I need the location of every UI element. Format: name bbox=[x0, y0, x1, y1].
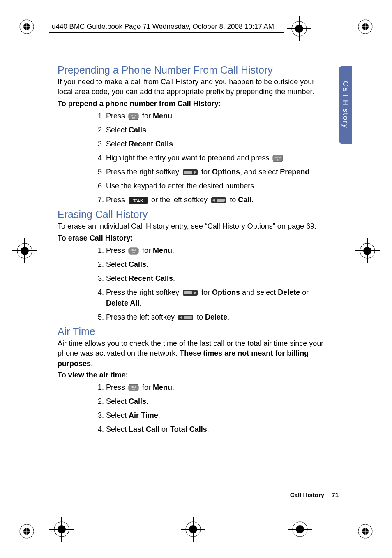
step-item: Press the right softkey for Options, and… bbox=[106, 167, 325, 177]
svg-point-4 bbox=[20, 524, 34, 538]
text: Press the left softkey bbox=[106, 313, 177, 321]
text: to bbox=[230, 196, 238, 204]
text: Delete All bbox=[106, 299, 139, 307]
right-softkey-icon bbox=[182, 169, 198, 176]
step-item: Highlight the entry you want to prepend … bbox=[106, 153, 325, 163]
step-item: Select Air Time. bbox=[106, 410, 325, 421]
text: Highlight the entry you want to prepend … bbox=[106, 154, 271, 162]
svg-point-1 bbox=[23, 23, 30, 30]
talk-key-icon: TALK bbox=[128, 196, 148, 204]
step-item: Press MENUOK for Menu. bbox=[106, 111, 325, 121]
text: Menu bbox=[153, 112, 172, 120]
svg-point-14 bbox=[58, 525, 66, 533]
intro-erasing: To erase an individual Call History entr… bbox=[58, 221, 325, 231]
svg-rect-31 bbox=[217, 199, 225, 202]
text: Calls bbox=[129, 260, 146, 269]
intro-prepending: If you need to make a call from Call His… bbox=[58, 77, 325, 97]
text: for bbox=[201, 288, 212, 296]
steps-prepending: Press MENUOK for Menu. Select Calls. Sel… bbox=[95, 111, 325, 206]
print-crosshair-mark bbox=[287, 16, 311, 41]
print-registration-mark bbox=[18, 19, 35, 35]
text: Menu bbox=[153, 383, 172, 391]
svg-point-7 bbox=[362, 528, 369, 535]
step-item: Select Calls. bbox=[106, 396, 325, 407]
text: Select bbox=[106, 126, 129, 134]
text: . bbox=[173, 140, 175, 148]
print-registration-mark bbox=[18, 523, 35, 539]
left-softkey-icon bbox=[178, 314, 194, 321]
text: and select bbox=[240, 288, 278, 296]
text: Delete bbox=[278, 288, 300, 296]
text: . bbox=[207, 425, 209, 433]
text: Air Time bbox=[129, 411, 158, 419]
text: Press the right softkey bbox=[106, 168, 181, 176]
footer-section: Call History bbox=[290, 491, 324, 498]
text: for bbox=[142, 246, 153, 255]
lead-prepending: To prepend a phone number from Call Hist… bbox=[58, 100, 325, 108]
page-content: Prepending a Phone Number From Call Hist… bbox=[58, 61, 325, 438]
svg-point-0 bbox=[20, 20, 34, 34]
text: . bbox=[172, 383, 174, 391]
left-softkey-icon bbox=[211, 197, 226, 204]
text: Options bbox=[212, 288, 240, 296]
steps-erasing: Press MENUOK for Menu. Select Calls. Sel… bbox=[95, 245, 325, 323]
svg-text:TALK: TALK bbox=[133, 199, 143, 203]
svg-text:OK: OK bbox=[277, 159, 280, 161]
print-header-bar: u440 BMC Guide.book Page 71 Wednesday, O… bbox=[49, 21, 284, 33]
step-item: Press the left softkey to Delete. bbox=[106, 312, 325, 322]
text: . bbox=[139, 299, 141, 307]
text: or the left softkey bbox=[151, 196, 210, 204]
step-item: Select Recent Calls. bbox=[106, 273, 325, 284]
svg-point-16 bbox=[189, 525, 197, 533]
text: Menu bbox=[153, 246, 172, 255]
text: . bbox=[172, 246, 174, 255]
text: . bbox=[172, 112, 174, 120]
text: . bbox=[286, 154, 288, 162]
text: Calls bbox=[129, 126, 146, 134]
text: . bbox=[309, 168, 311, 176]
heading-prepending: Prepending a Phone Number From Call Hist… bbox=[58, 64, 325, 76]
svg-rect-36 bbox=[184, 291, 192, 294]
text: for bbox=[201, 168, 212, 176]
text: Options bbox=[212, 168, 240, 176]
heading-airtime: Air Time bbox=[58, 326, 325, 338]
text: Press bbox=[106, 112, 127, 120]
svg-point-12 bbox=[363, 247, 371, 255]
svg-rect-38 bbox=[184, 316, 192, 319]
text: Select bbox=[106, 425, 129, 433]
text: Press bbox=[106, 196, 127, 204]
step-item: Select Recent Calls. bbox=[106, 139, 325, 149]
text: Calls bbox=[129, 397, 146, 405]
print-registration-mark bbox=[357, 19, 374, 35]
menu-ok-key-icon: MENUOK bbox=[128, 113, 139, 120]
page-footer: Call History 71 bbox=[290, 491, 339, 498]
menu-ok-key-icon: MENUOK bbox=[128, 384, 139, 391]
text: or bbox=[159, 425, 170, 433]
step-item: Select Last Call or Total Calls. bbox=[106, 424, 325, 435]
text: Press the right softkey bbox=[106, 288, 181, 296]
print-crosshair-mark bbox=[12, 238, 37, 263]
print-crosshair-mark bbox=[288, 517, 312, 542]
step-item: Select Calls. bbox=[106, 259, 325, 270]
text: or bbox=[300, 288, 309, 296]
menu-ok-key-icon: MENUOK bbox=[128, 247, 139, 255]
text: . bbox=[251, 196, 254, 204]
page-number: 71 bbox=[332, 491, 339, 498]
text: Select bbox=[106, 274, 129, 282]
print-crosshair-mark bbox=[49, 517, 74, 542]
svg-text:OK: OK bbox=[132, 251, 135, 254]
text: Recent Calls bbox=[129, 274, 173, 282]
text: for bbox=[142, 112, 153, 120]
svg-point-9 bbox=[292, 21, 307, 36]
svg-point-10 bbox=[21, 247, 29, 255]
text: . bbox=[158, 411, 160, 419]
svg-point-6 bbox=[358, 524, 372, 538]
section-tab: Call History bbox=[339, 66, 352, 144]
text: Delete bbox=[205, 313, 227, 321]
text: Press bbox=[106, 383, 127, 391]
svg-point-15 bbox=[54, 522, 69, 537]
svg-point-18 bbox=[296, 525, 304, 533]
text: . bbox=[146, 126, 148, 134]
header-text: u440 BMC Guide.book Page 71 Wednesday, O… bbox=[52, 23, 274, 31]
print-crosshair-mark bbox=[181, 517, 205, 542]
